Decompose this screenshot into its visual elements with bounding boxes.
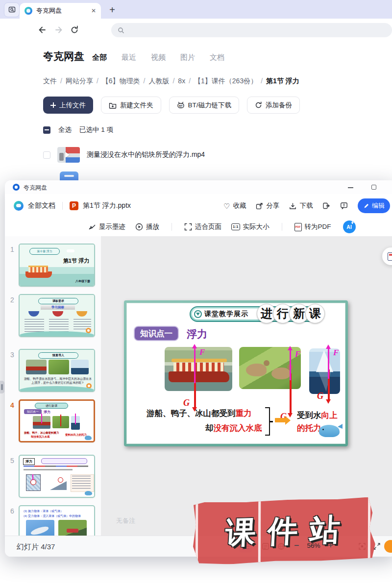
breadcrumb-item-4[interactable]: 8x bbox=[178, 77, 185, 85]
left-edge-handle[interactable] bbox=[0, 381, 4, 393]
download-label: 下载 bbox=[299, 201, 313, 210]
play-overlay-icon bbox=[65, 152, 70, 158]
breadcrumb-separator: / bbox=[60, 77, 62, 85]
edit-button[interactable]: 编辑 bbox=[358, 198, 390, 213]
edit-label: 编辑 bbox=[372, 201, 385, 210]
select-all-label[interactable]: 全选 bbox=[58, 125, 72, 134]
breadcrumb-item-6[interactable]: 第1节 浮力 bbox=[266, 77, 299, 85]
open-file-name: 第1节 浮力.pptx bbox=[83, 201, 131, 210]
show-ink-button[interactable]: 显示墨迹 bbox=[88, 222, 125, 231]
refresh-icon[interactable] bbox=[70, 25, 79, 35]
pdf-icon: PDF bbox=[294, 223, 302, 231]
zoom-percent: 56% bbox=[307, 542, 320, 549]
breadcrumb-item-0[interactable]: 文件 bbox=[43, 77, 57, 85]
selected-count: 已选中 1 项 bbox=[79, 125, 113, 134]
breadcrumb-item-5[interactable]: 【1】课件（263份） bbox=[194, 77, 257, 85]
breadcrumb-separator: / bbox=[189, 77, 191, 85]
header-title-chars: 进行新课 bbox=[260, 304, 325, 323]
topic-label: 浮力 bbox=[187, 327, 207, 341]
zoom-out-button[interactable]: − bbox=[294, 541, 299, 550]
result-line-1: 受到水向上 bbox=[297, 410, 338, 421]
backup-sync-icon bbox=[255, 101, 262, 109]
convert-pdf-label: 转为PDF bbox=[305, 222, 331, 231]
thumb-number: 5 bbox=[8, 457, 17, 465]
svg-text:BT: BT bbox=[179, 104, 183, 107]
fit-page-icon bbox=[184, 223, 192, 231]
thumb-number: 6 bbox=[8, 507, 17, 515]
slide-thumb-5[interactable]: 浮力 bbox=[19, 455, 95, 498]
file-row[interactable]: 测量浸没在水中的铝块所受的浮力.mp4 bbox=[43, 145, 337, 165]
actual-size-button[interactable]: 1:1 实际大小 bbox=[231, 222, 270, 231]
download-icon bbox=[289, 202, 296, 210]
breadcrumb-separator: / bbox=[144, 77, 146, 85]
back-icon[interactable] bbox=[37, 25, 47, 35]
orange-arrow-icon bbox=[275, 418, 285, 422]
slide-counter: 幻灯片 4/37 bbox=[17, 542, 55, 552]
breadcrumb-item-3[interactable]: 人教版 bbox=[148, 77, 169, 85]
share-button[interactable]: 分享 bbox=[256, 201, 279, 210]
divider bbox=[172, 223, 172, 231]
current-slide: 课堂教学展示 进行新课 知识点一 浮力 bbox=[124, 300, 348, 446]
select-all-row: 全选 已选中 1 项 bbox=[43, 125, 113, 134]
add-backup-button[interactable]: 添加备份 bbox=[247, 97, 300, 114]
video-thumbnail bbox=[57, 147, 80, 163]
window-title-bar[interactable]: 夸克网盘 bbox=[5, 180, 392, 195]
slide-thumb-2[interactable]: 课标要求 学习目标 bbox=[19, 294, 95, 337]
new-tab-button[interactable]: + bbox=[106, 3, 119, 16]
favorite-button[interactable]: ♡ 收藏 bbox=[223, 201, 246, 210]
drive-tab-2[interactable]: 视频 bbox=[151, 53, 166, 62]
force-g-label: G bbox=[183, 398, 190, 408]
triangle-icon bbox=[194, 310, 202, 318]
quark-logo-icon bbox=[13, 184, 20, 191]
address-bar[interactable] bbox=[111, 23, 392, 37]
fit-page-button[interactable]: 适合页面 bbox=[184, 222, 221, 231]
view-tools-bar: 显示墨迹 播放 适合页面 1:1 bbox=[5, 218, 392, 237]
maximize-icon[interactable] bbox=[371, 185, 376, 190]
file-checkbox[interactable] bbox=[43, 151, 50, 159]
drive-tab-4[interactable]: 文档 bbox=[210, 53, 224, 62]
all-docs-link[interactable]: 全部文档 bbox=[28, 201, 55, 210]
result-line-2: 的托力 bbox=[297, 423, 321, 434]
share-label: 分享 bbox=[266, 201, 279, 210]
drive-tab-1[interactable]: 最近 bbox=[122, 53, 136, 62]
drive-tab-0[interactable]: 全部 bbox=[92, 53, 107, 62]
window-title: 夸克网盘 bbox=[24, 184, 47, 192]
save-to-drive-icon[interactable] bbox=[322, 202, 330, 210]
breadcrumb-item-2[interactable]: 【6】物理类 bbox=[102, 77, 140, 85]
play-button[interactable]: 播放 bbox=[135, 222, 159, 231]
slide-thumb-1[interactable]: 第十章 浮力 第1节 浮力 八年级下册 bbox=[19, 244, 95, 287]
breadcrumb-item-1[interactable]: 网站分享 bbox=[66, 77, 93, 85]
show-ink-label: 显示墨迹 bbox=[99, 222, 125, 231]
whale-icon bbox=[319, 425, 340, 437]
minimize-icon[interactable] bbox=[348, 187, 353, 188]
slide-thumb-4-selected[interactable]: 进行新课 知识点一 浮力 游船、鸭子、冰山都受到重力 却没有沉入水底 受到水向上… bbox=[19, 399, 95, 442]
zoom-in-button[interactable]: + bbox=[328, 541, 334, 550]
drive-tab-3[interactable]: 图片 bbox=[180, 53, 195, 62]
one-to-one-icon: 1:1 bbox=[231, 223, 240, 230]
ink-pen-icon bbox=[88, 223, 96, 231]
thumb-number-selected: 4 bbox=[8, 401, 17, 409]
favorite-label: 收藏 bbox=[233, 201, 246, 210]
tab-search-button[interactable] bbox=[4, 2, 20, 17]
divider bbox=[282, 223, 282, 231]
search-icon bbox=[118, 27, 124, 34]
orange-action-button[interactable] bbox=[384, 540, 392, 553]
file-name[interactable]: 测量浸没在水中的铝块所受的浮力.mp4 bbox=[87, 150, 205, 159]
ai-assistant-button[interactable]: AI bbox=[343, 220, 356, 233]
feedback-icon[interactable] bbox=[340, 202, 348, 210]
select-all-checkbox[interactable] bbox=[43, 126, 50, 134]
slide-thumb-3[interactable]: 情景导入 游船、鸭子漂在水面游弋，海洋中巨大的冰山漂在水上漂浮，是什么力量把它们… bbox=[19, 349, 95, 392]
breadcrumb-separator: / bbox=[261, 77, 263, 85]
tab-title: 夸克网盘 bbox=[36, 6, 87, 15]
browser-tab[interactable]: 夸克网盘 ✕ bbox=[20, 3, 101, 19]
tab-close-icon[interactable]: ✕ bbox=[91, 7, 96, 14]
new-folder-button[interactable]: 新建文件夹 bbox=[101, 97, 161, 114]
convert-pdf-button[interactable]: PDF 转为PDF bbox=[294, 222, 331, 231]
forward-icon[interactable] bbox=[54, 25, 64, 35]
upload-button[interactable]: 上传文件 bbox=[43, 97, 93, 114]
boat-photo bbox=[165, 347, 232, 391]
download-button[interactable]: 下载 bbox=[289, 201, 313, 210]
thumb-number: 1 bbox=[8, 245, 17, 253]
bt-download-button[interactable]: BT BT/磁力链下载 bbox=[169, 97, 240, 114]
force-f-label: F bbox=[295, 349, 300, 359]
